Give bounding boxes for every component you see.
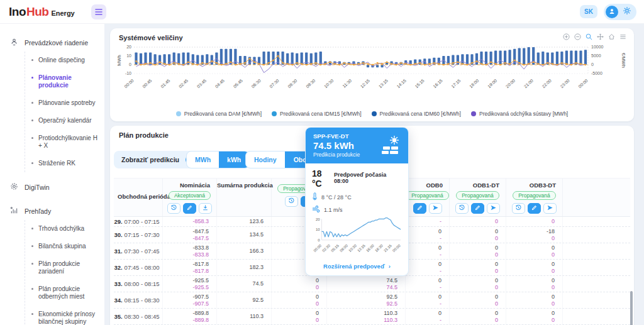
svg-text:00:00: 00:00 [577,78,588,89]
bullet-icon [31,263,33,265]
send-button[interactable] [429,203,442,214]
chart-menu-icon[interactable] [619,33,626,40]
legend-dot-icon [372,111,377,116]
sidebar-section-1[interactable]: DigiTwin [0,178,104,196]
pan-icon[interactable] [597,33,604,40]
value-prediction: 0 [272,317,319,324]
column-label: Nominácia [163,182,216,189]
cell-odb1: 0 [450,217,506,226]
sidebar-item[interactable]: Stráženie RK [25,155,104,172]
history-button[interactable] [512,203,525,214]
zoom-out-icon[interactable] [574,33,581,40]
value-actual: 0 [506,261,555,268]
value-actual: 0 [272,277,319,284]
sidebar-item[interactable]: Online dispečing [25,52,104,69]
column-header-nom: NomináciaAkceptovaná [163,179,217,216]
send-icon [432,204,439,212]
send-icon [490,204,497,212]
cell-period: 34.08:15 - 08:30 [114,292,163,308]
value-actual: 123.6 [217,218,264,225]
history-icon [458,204,465,212]
value-actual: 0 [272,310,319,317]
value-prediction: - [406,317,441,324]
svg-text:16:00: 16:00 [365,244,375,253]
edit-button[interactable] [471,203,484,214]
system-quantities-chart[interactable]: 20100-101000050000-5000MWh€/MWh00:0000:4… [115,43,629,100]
sidebar-item[interactable]: Protiodchýlkovanie H + X [25,129,104,155]
sidebar-item[interactable]: Plánovanie spotreby [25,94,104,112]
send-button[interactable] [487,203,500,214]
edit-button[interactable] [528,203,541,214]
svg-text:0: 0 [318,238,320,242]
svg-text:10:30: 10:30 [323,78,334,89]
send-button[interactable] [543,203,557,214]
extended-forecast-link[interactable]: Rozšírená predpoveď› [306,263,408,270]
cell-sum: 166.3 [217,243,272,259]
table-row[interactable]: 34.08:15 - 08:30-907.5-907.592.50092.592… [114,292,630,309]
cell-odb1: 00 [450,276,506,292]
cell-odb3: -180 [506,227,563,243]
value-prediction: 0 [506,284,555,291]
value-prediction: - [406,235,441,242]
svg-text:20:00: 20:00 [505,78,516,89]
home-icon[interactable] [608,33,615,40]
sidebar-section-2[interactable]: Prehľady [0,202,104,220]
gear-icon [623,6,631,18]
cell-nom: -907.5-907.5 [163,292,217,308]
settings-button[interactable] [623,6,631,18]
forecast-label: Predpoveď počasia 08:00 [334,172,402,184]
value-prediction: - [406,218,441,225]
legend-item[interactable]: Predikovaná odchýlka sústavy [MWh] [471,111,568,117]
svg-text:13:15: 13:15 [378,78,389,89]
bullet-icon [31,245,33,247]
box-zoom-icon[interactable] [586,33,592,40]
cell-period: 30.07:15 - 07:30 [114,227,163,243]
period-number: 29. [114,218,122,225]
legend-item[interactable]: Predikovaná cena IDM15 [€/MWh] [272,111,361,117]
history-button[interactable] [167,203,180,214]
download-icon [202,204,209,212]
legend-item[interactable]: Predikovaná cena DAM [€/MWh] [176,111,262,117]
svg-text:14:15: 14:15 [396,78,407,89]
value-prediction: 0 [450,218,498,225]
legend-item[interactable]: Predikovaná cena IDM60 [€/MWh] [372,111,461,117]
history-button[interactable] [455,203,469,214]
sidebar-section-0[interactable]: Prevádzkové riadenie [0,33,104,52]
period-number: 33. [114,280,122,287]
cell-odb0: - [406,217,450,226]
edit-button[interactable] [183,203,196,214]
edit-icon [186,204,193,212]
value-actual: -889.8 [163,310,209,317]
sidebar-item[interactable]: Plán produkcie zariadení [25,255,104,280]
cell-c5: 74.574.5 [327,276,406,292]
table-row[interactable]: 35.08:30 - 08:45-889.8-889.8110.300110.3… [114,309,630,325]
value-actual: 166.3 [217,248,264,255]
sidebar-item[interactable]: Ekonomické prínosy bilančnej skupiny [25,306,104,325]
value-actual: 134.5 [217,231,264,238]
sidebar-item[interactable]: Plánovanie produkcie [25,69,104,94]
table-row[interactable]: 33.08:00 - 08:15-925.5-925.574.50074.574… [114,276,630,292]
value-prediction: - [406,284,441,291]
sidebar-item[interactable]: Trhová odchýlka [25,220,104,238]
download-button[interactable] [199,203,212,214]
language-selector[interactable]: SK [580,5,597,18]
sidebar-item[interactable]: Operačný kalendár [25,112,104,129]
table-vertical-scrollbar[interactable] [630,291,633,325]
history-button[interactable] [285,196,298,207]
value-actual: 0 [450,294,498,300]
sidebar-toggle-button[interactable] [91,4,106,19]
svg-text:01:45: 01:45 [160,78,170,89]
zoom-in-icon[interactable] [563,33,570,40]
sidebar-item[interactable]: Bilančná skupina [25,238,104,255]
value-actual: -833.8 [163,245,209,251]
unit-option-mwh[interactable]: MWh [187,151,219,168]
sidebar-item-label: Plán produkcie zariadení [38,260,101,275]
period-option-hours[interactable]: Hodiny [246,151,285,168]
cell-odb1: 00 [450,260,506,275]
edit-button[interactable] [413,203,426,214]
sidebar-item[interactable]: Plán produkcie odberných miest [25,280,104,306]
value-actual: 0 [506,245,555,251]
svg-text:13:15: 13:15 [357,244,366,253]
user-avatar[interactable] [606,6,618,18]
value-actual: 110.3 [217,313,264,320]
